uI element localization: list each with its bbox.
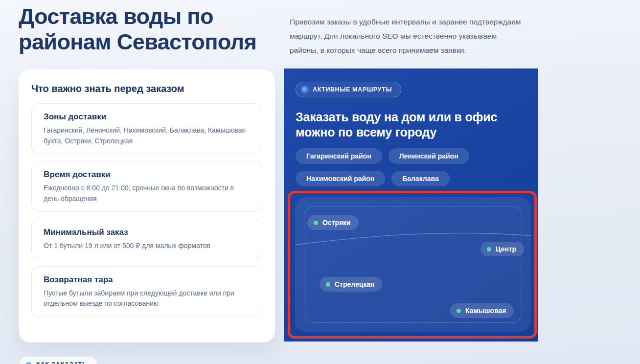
chip-balaklava: Балаклава [391, 171, 450, 186]
district-chips: Гагаринский район Ленинский район Нахимо… [296, 148, 526, 186]
routes-heading: Заказать воду на дом или в офис можно по… [296, 110, 526, 140]
map-point-dot-icon [314, 221, 318, 225]
info-item-text: Пустые бутыли забираем при следующей дос… [44, 288, 250, 309]
info-item-title: Минимальный заказ [44, 228, 250, 237]
map-point-kamyshovaya: Камышовая [450, 303, 514, 318]
map-point-label: Остряки [322, 219, 351, 227]
info-item-minimum-order: Минимальный заказ От 1 бутыли 19 л или о… [31, 219, 262, 259]
delivery-map-card[interactable]: Остряки Центр Стрелецкая Камышовая [295, 197, 531, 332]
active-routes-badge: АКТИВНЫЕ МАРШРУТЫ [296, 82, 401, 97]
routes-panel: АКТИВНЫЕ МАРШРУТЫ Заказать воду на дом и… [284, 68, 538, 341]
info-item-returnable-bottles: Возвратная тара Пустые бутыли забираем п… [31, 266, 262, 317]
info-item-text: Ежедневно с 8:00 до 21:00, срочные окна … [44, 183, 250, 204]
pulse-dot-icon [26, 362, 31, 364]
map-point-label: Центр [496, 245, 516, 253]
info-item-text: Гагаринский, Ленинский, Нахимовский, Бал… [44, 125, 250, 146]
map-point-label: Камышовая [465, 307, 506, 315]
how-to-order-badge-label: КАК ЗАКАЗАТЬ [36, 361, 87, 364]
pulse-dot-icon [302, 87, 308, 92]
page-title: Доставка воды по районам Севастополя [19, 4, 300, 55]
info-item-text: От 1 бутыли 19 л или от 500 ₽ для малых … [44, 241, 250, 251]
map-point-ostryaki: Остряки [307, 215, 359, 230]
info-item-title: Возвратная тара [44, 275, 250, 285]
map-point-dot-icon [326, 282, 330, 287]
how-to-order-badge: КАК ЗАКАЗАТЬ [20, 357, 97, 364]
active-routes-badge-label: АКТИВНЫЕ МАРШРУТЫ [313, 86, 392, 93]
hero-intro-text: Привозим заказы в удобные интервалы и за… [290, 15, 524, 57]
map-point-label: Стрелецкая [335, 280, 374, 288]
info-item-delivery-time: Время доставки Ежедневно с 8:00 до 21:00… [31, 161, 262, 212]
map-point-streletskaya: Стрелецкая [320, 277, 382, 292]
info-item-title: Зоны доставки [44, 112, 250, 122]
chip-nakhimovsky: Нахимовский район [296, 171, 385, 186]
info-card: Что важно знать перед заказом Зоны доста… [19, 69, 275, 342]
chip-gagarinsky: Гагаринский район [296, 148, 382, 164]
info-card-heading: Что важно знать перед заказом [31, 83, 262, 94]
map-point-dot-icon [487, 247, 491, 251]
map-point-centr: Центр [480, 242, 524, 256]
map-point-dot-icon [457, 309, 461, 313]
info-item-delivery-zones: Зоны доставки Гагаринский, Ленинский, На… [31, 103, 262, 154]
chip-leninsky: Ленинский район [389, 148, 469, 164]
info-item-title: Время доставки [44, 170, 250, 180]
